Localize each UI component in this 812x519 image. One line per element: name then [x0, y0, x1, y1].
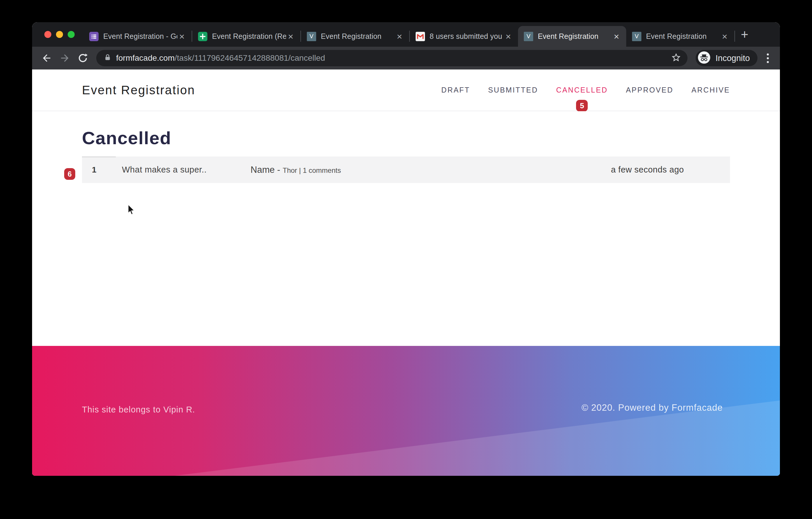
row-meta: Name - Thor | 1 comments — [251, 165, 611, 175]
tab-strip: Event Registration - Go × Event Registra… — [32, 22, 780, 47]
site-title: Event Registration — [82, 83, 195, 97]
maximize-window-button[interactable] — [68, 31, 75, 38]
row-index: 1 — [82, 165, 122, 174]
google-forms-icon — [89, 32, 98, 41]
nav-item-archive[interactable]: ARCHIVE — [692, 86, 730, 94]
mouse-cursor — [127, 204, 135, 217]
tab-title: Event Registration — [321, 32, 395, 40]
row-timestamp: a few seconds ago — [611, 165, 730, 174]
forward-icon[interactable] — [57, 51, 72, 66]
browser-window: Event Registration - Go × Event Registra… — [32, 22, 780, 476]
row-name-label: Name - — [251, 165, 280, 175]
row-top-border — [82, 157, 116, 157]
traffic-lights — [32, 22, 83, 47]
tabs: Event Registration - Go × Event Registra… — [83, 22, 748, 47]
nav-item-submitted[interactable]: SUBMITTED — [488, 86, 538, 94]
google-sheets-icon — [198, 32, 207, 41]
tab-title: Event Registration (Res — [212, 32, 286, 40]
bookmark-star-icon[interactable] — [671, 53, 681, 64]
cancelled-count-badge: 5 — [576, 100, 588, 111]
site-header: Event Registration DRAFT SUBMITTED CANCE… — [32, 70, 780, 111]
site-nav: DRAFT SUBMITTED CANCELLED 5 APPROVED ARC… — [441, 86, 730, 94]
tab-title: Event Registration — [646, 32, 720, 40]
incognito-icon — [697, 51, 711, 65]
v-site-icon: V — [632, 32, 641, 41]
tab-event-registration-active[interactable]: V Event Registration × — [518, 26, 626, 47]
footer-copyright-text: © 2020. Powered by Formfacade — [582, 403, 723, 413]
tab-title: 8 users submitted you — [430, 32, 504, 40]
tab-title: Event Registration — [538, 32, 612, 40]
reload-icon[interactable] — [75, 51, 90, 66]
gmail-icon — [416, 32, 425, 41]
close-tab-icon[interactable]: × — [612, 32, 621, 41]
tab-event-registration-google-form[interactable]: Event Registration - Go × — [83, 26, 192, 47]
v-site-icon: V — [524, 32, 533, 41]
page-title: Cancelled — [82, 128, 730, 148]
lock-icon — [104, 54, 111, 62]
browser-menu-icon[interactable] — [763, 53, 773, 63]
url-text: formfacade.com/task/11179624645714288808… — [116, 53, 325, 63]
close-tab-icon[interactable]: × — [395, 32, 404, 41]
back-icon[interactable] — [39, 51, 54, 66]
tab-event-registration-3[interactable]: V Event Registration × — [301, 26, 409, 47]
row-count-badge: 6 — [64, 168, 75, 180]
url-domain: formfacade.com — [116, 53, 175, 62]
incognito-badge: Incognito — [696, 50, 757, 66]
nav-item-draft[interactable]: DRAFT — [441, 86, 470, 94]
nav-item-cancelled[interactable]: CANCELLED 5 — [556, 86, 608, 94]
close-tab-icon[interactable]: × — [177, 32, 186, 41]
browser-toolbar: formfacade.com/task/11179624645714288808… — [32, 47, 780, 70]
new-tab-button[interactable]: + — [741, 28, 748, 41]
tab-event-registration-6[interactable]: V Event Registration × — [626, 26, 734, 47]
incognito-label: Incognito — [716, 53, 750, 63]
v-site-icon: V — [307, 32, 316, 41]
close-window-button[interactable] — [44, 31, 51, 38]
tab-title: Event Registration - Go — [103, 32, 177, 40]
close-tab-icon[interactable]: × — [720, 32, 729, 41]
url-path: /task/111796246457142888081/cancelled — [175, 53, 325, 62]
nav-item-approved[interactable]: APPROVED — [626, 86, 673, 94]
site-footer: This site belongs to Vipin R. © 2020. Po… — [32, 346, 780, 476]
minimize-window-button[interactable] — [56, 31, 63, 38]
footer-owner-text: This site belongs to Vipin R. — [82, 405, 195, 414]
tab-gmail-notification[interactable]: 8 users submitted you × — [410, 26, 518, 47]
address-bar[interactable]: formfacade.com/task/11179624645714288808… — [96, 50, 688, 66]
row-meta-detail: Thor | 1 comments — [283, 166, 341, 174]
row-title[interactable]: What makes a super.. — [122, 165, 251, 174]
close-tab-icon[interactable]: × — [504, 32, 513, 41]
tab-event-registration-sheet[interactable]: Event Registration (Res × — [192, 26, 300, 47]
main-content: Cancelled 1 What makes a super.. Name - … — [32, 111, 780, 346]
tab-divider — [734, 31, 735, 42]
close-tab-icon[interactable]: × — [286, 32, 295, 41]
table-row[interactable]: 1 What makes a super.. Name - Thor | 1 c… — [82, 157, 730, 183]
